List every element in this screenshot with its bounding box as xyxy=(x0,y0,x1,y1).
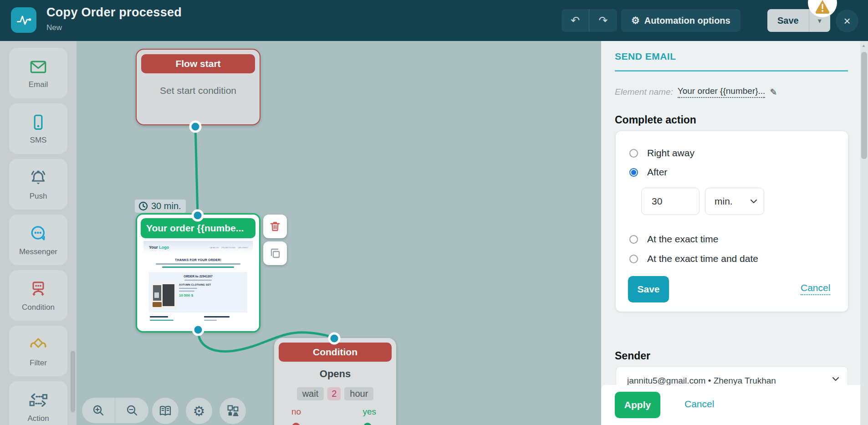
sidebar-item-messenger[interactable]: Messenger xyxy=(9,215,67,265)
delay-value-input[interactable] xyxy=(641,188,700,215)
node-flow-start[interactable]: Flow start Set start condition xyxy=(136,49,260,125)
flow-start-body: Set start condition xyxy=(137,85,260,96)
send-email-settings-panel: SEND EMAIL Element name: Your order {{nu… xyxy=(601,41,868,425)
radio-circle-selected[interactable] xyxy=(629,168,638,177)
preview-header: Your Logo CATALOG PROMOTIONS DELIVERY xyxy=(143,241,253,253)
complete-action-cancel-link[interactable]: Cancel xyxy=(801,282,830,295)
branch-yes-port[interactable] xyxy=(363,423,372,425)
condition-wait-row: wait 2 hour xyxy=(274,387,396,400)
messenger-icon xyxy=(28,224,49,244)
zoom-in-icon xyxy=(92,404,105,417)
sidebar-item-label: Messenger xyxy=(19,247,57,256)
radio-label: At the exact time xyxy=(647,234,718,245)
radio-exact-time[interactable]: At the exact time xyxy=(629,234,718,245)
sms-icon xyxy=(28,113,48,132)
zoom-in-button[interactable] xyxy=(82,398,115,423)
flow-status: New xyxy=(46,23,62,32)
push-bell-icon xyxy=(27,168,49,188)
radio-circle[interactable] xyxy=(629,149,638,158)
close-button[interactable]: × xyxy=(836,10,858,32)
preview-text-line xyxy=(179,291,194,292)
radio-circle[interactable] xyxy=(629,255,638,263)
sidebar-item-filter[interactable]: Filter xyxy=(9,326,67,376)
copy-icon xyxy=(269,247,281,260)
page-scrollbar[interactable]: ▲ xyxy=(860,41,868,425)
flow-canvas[interactable]: Flow start Set start condition 30 min. Y… xyxy=(77,41,601,425)
preview-product-info: AUTUMN CLOTHING SET 10 500 $ xyxy=(179,283,245,309)
complete-action-heading: Complete action xyxy=(615,114,696,126)
branch-yes-label: yes xyxy=(363,407,376,417)
wait-label-chip[interactable]: wait xyxy=(297,387,324,400)
preview-order-number: ORDER № 22941307 xyxy=(152,275,245,278)
condition-event: Opens xyxy=(274,368,396,380)
preview-product-image xyxy=(152,283,176,309)
sender-heading: Sender xyxy=(615,350,650,362)
chevron-down-icon xyxy=(750,199,757,204)
sidebar-item-label: SMS xyxy=(30,136,47,145)
sidebar-item-label: Email xyxy=(29,80,48,89)
filter-icon xyxy=(28,335,49,355)
redo-icon: ↷ xyxy=(598,14,608,27)
edit-pencil-icon[interactable]: ✎ xyxy=(770,87,777,97)
preview-nav-item: CATALOG xyxy=(209,246,219,249)
apply-button[interactable]: Apply xyxy=(615,392,660,418)
preview-product-name: AUTUMN CLOTHING SET xyxy=(179,283,245,286)
chevron-down-icon: ▾ xyxy=(818,16,822,25)
sidebar-scrollbar-thumb[interactable] xyxy=(71,351,75,412)
duplicate-node-button[interactable] xyxy=(263,241,287,265)
port-condition-in[interactable] xyxy=(329,333,339,343)
zoom-out-button[interactable] xyxy=(115,398,148,423)
sidebar-item-label: Action xyxy=(27,414,49,423)
preview-nav-item: DELIVERY xyxy=(238,246,248,249)
preview-logo: Your Logo xyxy=(149,245,169,250)
scrollbar-thumb[interactable] xyxy=(861,52,867,159)
automation-options-button[interactable]: ⚙ Automation options xyxy=(621,9,740,32)
node-condition[interactable]: Condition Opens wait 2 hour no yes xyxy=(274,338,396,425)
delete-node-button[interactable] xyxy=(263,215,287,238)
radio-circle[interactable] xyxy=(629,235,638,244)
sidebar-item-label: Push xyxy=(30,192,47,201)
sidebar-item-push[interactable]: Push xyxy=(9,159,67,210)
sidebar-item-sms[interactable]: SMS xyxy=(9,103,67,154)
node-send-email[interactable]: Your order {{numbe... Your Logo CATALOG … xyxy=(136,213,260,333)
preview-text-line xyxy=(162,266,234,268)
port-email-out[interactable] xyxy=(193,325,203,335)
close-icon: × xyxy=(843,14,850,28)
canvas-settings-button[interactable]: ⚙ xyxy=(186,398,212,424)
wait-unit-chip[interactable]: hour xyxy=(344,387,373,400)
wait-value-chip[interactable]: 2 xyxy=(327,387,341,400)
guide-button[interactable] xyxy=(152,398,179,424)
radio-right-away[interactable]: Right away xyxy=(629,148,694,159)
minimap-button[interactable] xyxy=(220,398,246,424)
radio-label: Right away xyxy=(647,148,694,159)
element-name-value[interactable]: Your order {{number}... xyxy=(678,86,766,98)
undo-button[interactable]: ↶ xyxy=(562,9,589,32)
sidebar-item-condition[interactable]: Condition xyxy=(9,270,67,321)
save-button[interactable]: Save xyxy=(767,9,809,32)
radio-exact-time-date[interactable]: At the exact time and date xyxy=(629,253,758,264)
radio-label: At the exact time and date xyxy=(647,253,758,264)
complete-action-card: Right away After min. At the exact time … xyxy=(616,131,848,312)
preview-heading: THANKS FOR YOUR ORDER! xyxy=(143,258,253,261)
radio-after[interactable]: After xyxy=(629,167,667,178)
branch-no-label: no xyxy=(291,407,301,417)
condition-branch-labels: no yes xyxy=(274,407,396,418)
scrollbar-up-arrow[interactable]: ▲ xyxy=(862,43,866,48)
sidebar-item-email[interactable]: Email xyxy=(9,48,67,98)
preview-text-line xyxy=(184,280,212,281)
branch-no-port[interactable] xyxy=(292,423,300,425)
clock-icon xyxy=(138,201,148,211)
element-name-label: Element name: xyxy=(615,87,673,97)
redo-button[interactable]: ↷ xyxy=(589,9,617,32)
flow-title: Copy Order processed xyxy=(46,5,182,20)
automation-flow-editor: Copy Order processed New ↶ ↷ ⚙ Automatio… xyxy=(0,0,868,425)
email-preview-thumbnail: Your Logo CATALOG PROMOTIONS DELIVERY TH… xyxy=(143,241,253,323)
port-email-in[interactable] xyxy=(193,210,203,220)
sidebar-item-action[interactable]: Action xyxy=(9,381,67,425)
book-icon xyxy=(158,405,172,417)
port-flow-start-out[interactable] xyxy=(190,122,200,132)
complete-action-save-button[interactable]: Save xyxy=(628,276,669,302)
radio-label: After xyxy=(647,167,667,178)
panel-cancel-link[interactable]: Cancel xyxy=(684,399,714,410)
delay-unit-select[interactable]: min. xyxy=(705,188,764,215)
